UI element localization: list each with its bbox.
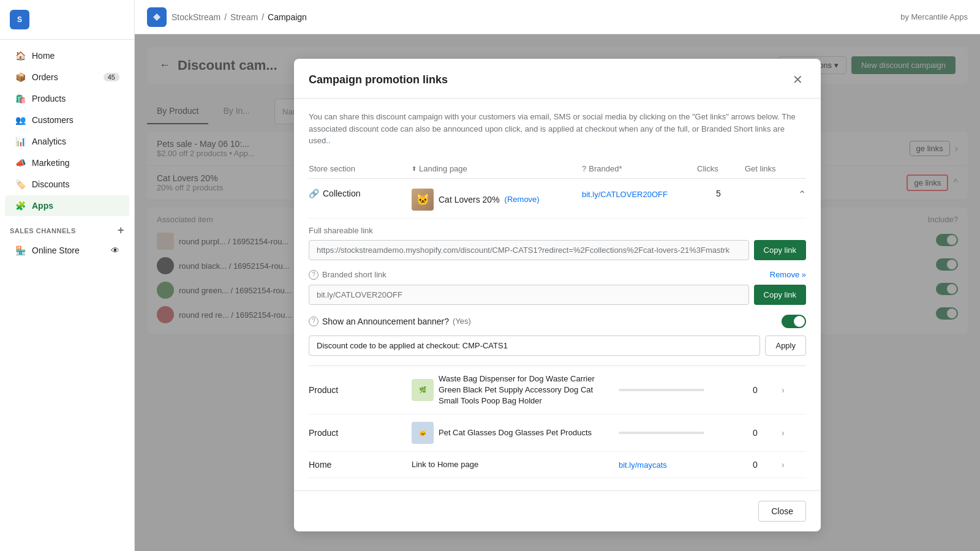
th-branded: ? Branded* xyxy=(582,164,692,173)
branded-link[interactable]: bit.ly/CATLOVER20OFF xyxy=(582,190,668,199)
sidebar-item-label: Customers xyxy=(32,115,74,125)
product-thumbnail: 🐱 xyxy=(412,422,434,444)
remove-collection-button[interactable]: (Remove) xyxy=(505,195,540,204)
product-name: Pet Cat Glasses Dog Glasses Pet Products xyxy=(439,427,592,438)
app-logo xyxy=(147,7,167,27)
product-table-row: Product 🐱 Pet Cat Glasses Dog Glasses Pe… xyxy=(309,414,806,452)
sidebar-item-marketing[interactable]: 📣 Marketing xyxy=(5,152,129,173)
customers-icon: 👥 xyxy=(15,114,26,126)
help-icon: ? xyxy=(309,270,318,280)
orders-icon: 📦 xyxy=(15,72,26,83)
landing-page-cell: 🐱 Pet Cat Glasses Dog Glasses Pet Produc… xyxy=(412,422,614,444)
apply-button[interactable]: Apply xyxy=(765,335,806,356)
row-chevron-cell: › xyxy=(782,427,806,438)
branded-link-input[interactable] xyxy=(309,285,749,305)
th-landing-page: ⬆ Landing page xyxy=(412,164,577,173)
announcement-toggle[interactable] xyxy=(782,315,806,328)
full-link-field: Copy link xyxy=(309,240,806,260)
modal-header: Campaign promotion links ✕ xyxy=(294,59,821,99)
discount-code-input[interactable] xyxy=(309,335,760,356)
branded-link-label: ? Branded short link xyxy=(309,270,386,280)
product-name: Link to Home page xyxy=(412,459,478,470)
marketing-icon: 📣 xyxy=(15,157,26,168)
store-section-cell: 🔗 Collection xyxy=(309,189,407,198)
clicks-cell: 0 xyxy=(734,460,777,470)
progress-cell xyxy=(619,389,729,391)
get-links-cell: ⌃ xyxy=(745,189,806,200)
topbar-right-text: by Mercantile Apps xyxy=(900,12,968,21)
sidebar-item-products[interactable]: 🛍️ Products xyxy=(5,88,129,109)
breadcrumb-part2[interactable]: Stream xyxy=(230,12,258,22)
sidebar-item-label: Products xyxy=(32,94,66,103)
product-thumbnail: 🌿 xyxy=(412,379,434,401)
announcement-yes-text: (Yes) xyxy=(453,317,471,326)
product-table-row: Product 🌿 Waste Bag Dispenser for Dog Wa… xyxy=(309,366,806,415)
full-link-input[interactable] xyxy=(309,240,749,260)
sidebar-item-label: Discounts xyxy=(32,179,69,189)
sidebar-item-home[interactable]: 🏠 Home xyxy=(5,45,129,66)
breadcrumb-part1[interactable]: StockStream xyxy=(172,12,221,22)
modal-body[interactable]: You can share this discount campaign wit… xyxy=(294,99,821,490)
copy-link-button-1[interactable]: Copy link xyxy=(754,240,806,260)
modal-close-button[interactable]: ✕ xyxy=(789,71,806,88)
campaign-promotion-modal: Campaign promotion links ✕ You can share… xyxy=(294,59,821,531)
landing-page-cell: 🐱 Cat Lovers 20% (Remove) xyxy=(412,189,577,211)
progress-bar-container xyxy=(619,432,704,434)
sidebar-item-label: Marketing xyxy=(32,158,69,168)
branded-url-cell: bit.ly/maycats xyxy=(619,459,729,470)
orders-badge: 45 xyxy=(104,73,119,81)
online-store-label: Online Store xyxy=(32,246,80,255)
progress-cell xyxy=(619,432,729,434)
sidebar-item-online-store[interactable]: 🏪 Online Store 👁 xyxy=(5,240,129,261)
help-icon: ? xyxy=(309,317,318,326)
row-chevron-cell: › xyxy=(782,459,806,470)
collection-table-row: 🔗 Collection 🐱 Cat Lovers 20% (Remove) b… xyxy=(309,181,806,219)
collection-thumbnail: 🐱 xyxy=(412,189,434,211)
chevron-right-icon[interactable]: › xyxy=(782,428,785,438)
announcement-label: ? Show an Announcement banner? (Yes) xyxy=(309,317,471,326)
chevron-up-icon[interactable]: ⌃ xyxy=(798,189,806,200)
sales-channels-section: SALES CHANNELS + xyxy=(0,217,134,239)
help-icon: ? xyxy=(582,164,586,173)
sort-icon: ⬆ xyxy=(412,165,417,172)
close-button[interactable]: Close xyxy=(758,501,806,522)
home-icon: 🏠 xyxy=(15,50,26,61)
modal-footer: Close xyxy=(294,490,821,531)
sidebar-header: S xyxy=(0,0,134,40)
th-get-links: Get links xyxy=(745,164,806,173)
sidebar: S 🏠 Home 📦 Orders 45 🛍️ Products 👥 Custo… xyxy=(0,0,135,551)
sidebar-item-label: Orders xyxy=(32,72,58,82)
chevron-right-icon[interactable]: › xyxy=(782,460,785,470)
add-sales-channel-button[interactable]: + xyxy=(118,224,124,237)
topbar: StockStream / Stream / Campaign by Merca… xyxy=(135,0,980,34)
remove-branded-link-button[interactable]: Remove » xyxy=(770,270,806,279)
breadcrumb-current: Campaign xyxy=(268,12,307,22)
full-link-label: Full shareable link xyxy=(309,226,806,235)
sidebar-item-discounts[interactable]: 🏷️ Discounts xyxy=(5,174,129,195)
chevron-right-icon[interactable]: › xyxy=(782,385,785,395)
product-name: Waste Bag Dispenser for Dog Waste Carrie… xyxy=(439,373,614,407)
landing-page-cell: Link to Home page xyxy=(412,459,614,470)
modal-description: You can share this discount campaign wit… xyxy=(309,111,806,147)
clicks-cell: 5 xyxy=(697,189,740,198)
store-section-cell: Product xyxy=(309,428,407,438)
row-chevron-cell: › xyxy=(782,384,806,395)
modal-overlay: Campaign promotion links ✕ You can share… xyxy=(135,34,980,551)
discounts-icon: 🏷️ xyxy=(15,179,26,190)
sidebar-item-orders[interactable]: 📦 Orders 45 xyxy=(5,67,129,88)
product-table-row: Home Link to Home page bit.ly/maycats 0 … xyxy=(309,452,806,478)
sidebar-item-customers[interactable]: 👥 Customers xyxy=(5,110,129,130)
home-branded-link[interactable]: bit.ly/maycats xyxy=(619,460,667,470)
discount-code-row: Apply xyxy=(309,335,806,356)
sidebar-item-analytics[interactable]: 📊 Analytics xyxy=(5,131,129,152)
online-store-icon: 🏪 xyxy=(15,245,26,256)
landing-page-cell: 🌿 Waste Bag Dispenser for Dog Waste Carr… xyxy=(412,373,614,407)
sidebar-item-apps[interactable]: 🧩 Apps xyxy=(5,195,129,216)
announcement-row: ? Show an Announcement banner? (Yes) xyxy=(309,315,806,328)
th-store-section: Store section xyxy=(309,164,407,173)
breadcrumb-sep1: / xyxy=(224,12,227,22)
copy-link-button-2[interactable]: Copy link xyxy=(754,285,806,305)
link-icon: 🔗 xyxy=(309,189,319,198)
table-header: Store section ⬆ Landing page ? Branded* … xyxy=(309,159,806,179)
clicks-cell: 0 xyxy=(734,385,777,395)
